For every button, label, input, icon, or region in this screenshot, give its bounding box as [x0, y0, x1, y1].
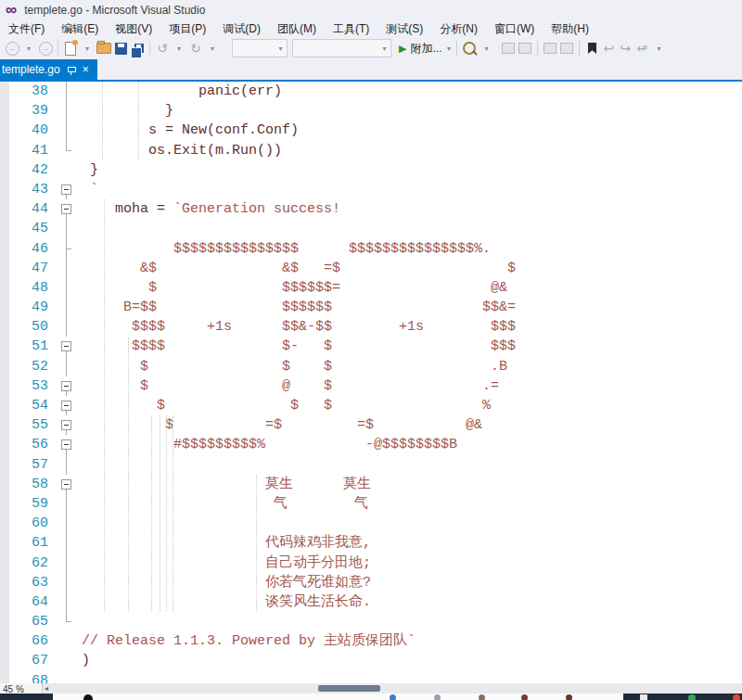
fold-margin[interactable] [54, 180, 78, 199]
code-editor[interactable]: 38 panic(err)39 }40 s = New(conf.Conf)41… [0, 82, 742, 683]
undo-button[interactable]: ↺ [154, 39, 171, 57]
new-file-button[interactable] [62, 39, 79, 57]
title-bar: ∞ templete.go - Microsoft Visual Studio [0, 0, 742, 20]
menu-item-analyze[interactable]: 分析(N) [431, 20, 486, 37]
vs-logo-icon: ∞ [6, 0, 17, 20]
fold-margin[interactable] [54, 337, 78, 356]
menu-item-project[interactable]: 项目(P) [160, 20, 214, 37]
clear-bookmarks-button[interactable]: ↫ [633, 39, 650, 57]
fold-margin [54, 631, 78, 651]
menu-item-team[interactable]: 团队(M) [269, 20, 325, 37]
fold-toggle[interactable] [61, 479, 71, 490]
uncomment-button[interactable] [558, 39, 575, 57]
redo-button[interactable]: ↻ [187, 39, 204, 57]
toggle-bookmark-button[interactable] [583, 39, 600, 57]
save-all-button[interactable] [129, 39, 146, 57]
find-in-files-button[interactable] [461, 39, 478, 57]
horizontal-scrollbar-thumb[interactable] [318, 685, 380, 692]
open-folder-icon [96, 43, 111, 54]
taskbar-app-icon[interactable] [479, 694, 485, 700]
code-text: ) [78, 651, 90, 670]
code-line: 53 $ @ $ .= [0, 376, 742, 396]
fold-margin[interactable] [54, 376, 78, 396]
taskbar-app-icon[interactable] [566, 694, 572, 700]
code-line: 49 B=$$ $$$$$$ $$&= [0, 298, 742, 317]
show-definition-button[interactable] [517, 39, 533, 57]
taskbar-app-icon[interactable] [688, 694, 696, 700]
menu-item-file[interactable]: 文件(F) [0, 20, 53, 37]
find-dropdown[interactable]: ▾ [478, 39, 494, 57]
code-line: 41 os.Exit(m.Run()) [0, 141, 742, 160]
navigate-to-button[interactable] [500, 39, 517, 57]
start-debug-button[interactable]: ▶ 附加... ▾ [399, 39, 453, 57]
code-line: 60 [0, 514, 742, 533]
navigate-back-dropdown[interactable]: ▾ [20, 39, 37, 57]
save-button[interactable] [112, 39, 129, 57]
fold-margin [54, 141, 78, 160]
menu-item-debug[interactable]: 调试(D) [214, 20, 269, 37]
redo-icon: ↻ [190, 41, 201, 56]
fold-margin[interactable] [54, 415, 78, 435]
fold-margin[interactable] [54, 475, 78, 494]
fold-margin [54, 101, 78, 121]
redo-dropdown[interactable]: ▾ [204, 39, 221, 57]
fold-toggle[interactable] [61, 185, 71, 195]
fold-toggle[interactable] [61, 439, 71, 450]
taskbar-app-icon[interactable] [83, 694, 93, 700]
next-bookmark-button[interactable]: ↪ [617, 39, 633, 57]
navigate-forward-button[interactable]: → [37, 39, 54, 57]
chevron-down-icon: ▾ [380, 45, 389, 53]
menu-item-window[interactable]: 窗口(W) [486, 20, 543, 37]
fold-toggle[interactable] [61, 420, 71, 430]
menu-item-view[interactable]: 视图(V) [107, 20, 160, 37]
scroll-left-arrow[interactable]: ◂ [45, 684, 48, 693]
line-number: 41 [9, 141, 54, 160]
fold-toggle[interactable] [61, 341, 71, 351]
tab-templete-go[interactable]: templete.go × [0, 59, 97, 80]
taskbar-app-icon[interactable] [733, 694, 740, 700]
line-number: 65 [9, 612, 54, 631]
menu-item-test[interactable]: 测试(S) [377, 20, 431, 37]
code-text [78, 455, 82, 475]
zoom-level-control[interactable]: 45 % [0, 683, 43, 694]
pin-icon[interactable] [67, 65, 76, 74]
platform-combobox[interactable]: ▾ [292, 39, 391, 57]
prev-bookmark-button[interactable]: ↩ [600, 39, 617, 57]
fold-toggle[interactable] [61, 204, 71, 214]
chevron-down-icon: ▾ [444, 45, 453, 53]
line-number: 64 [9, 592, 54, 612]
toolbar-separator [58, 41, 58, 56]
taskbar-app-icon[interactable] [640, 694, 647, 700]
fold-margin[interactable] [54, 396, 78, 415]
start-button-area[interactable] [0, 694, 53, 700]
line-number: 56 [9, 435, 54, 454]
taskbar-app-icon[interactable] [521, 694, 528, 700]
toolbar-overflow[interactable]: ▾ [650, 39, 667, 57]
undo-dropdown[interactable]: ▾ [171, 39, 187, 57]
fold-margin[interactable] [54, 199, 78, 219]
code-line: 43 ` [0, 180, 742, 199]
code-text: B=$$ $$$$$$ $$&= [78, 298, 516, 317]
config-combobox[interactable]: ▾ [232, 39, 288, 57]
code-line: 47 &$ &$ =$ $ [0, 259, 742, 278]
taskbar-app-icon[interactable] [390, 694, 396, 700]
menu-item-tools[interactable]: 工具(T) [325, 20, 377, 37]
fold-toggle[interactable] [61, 401, 71, 411]
indent-guide [128, 337, 129, 613]
open-file-button[interactable] [96, 39, 112, 57]
navigate-back-button[interactable]: ← [4, 39, 20, 57]
code-line: 52 $ $ $ .B [0, 357, 742, 376]
new-file-dropdown[interactable]: ▾ [79, 39, 96, 57]
uncomment-icon [560, 43, 573, 54]
code-text: $ @ $ .= [78, 376, 499, 396]
fold-toggle[interactable] [61, 381, 71, 391]
taskbar-app-icon[interactable] [434, 694, 441, 700]
close-icon[interactable]: × [83, 64, 89, 75]
fold-margin[interactable] [54, 435, 78, 454]
line-number: 48 [9, 278, 54, 298]
comment-button[interactable] [542, 39, 558, 57]
menu-item-edit[interactable]: 编辑(E) [53, 20, 107, 37]
code-line: 54 $ $ $ % [0, 396, 742, 415]
code-text: $$$$$$$$$$$$$$$ $$$$$$$$$$$$$$$%. [78, 239, 491, 259]
menu-item-help[interactable]: 帮助(H) [543, 20, 597, 37]
